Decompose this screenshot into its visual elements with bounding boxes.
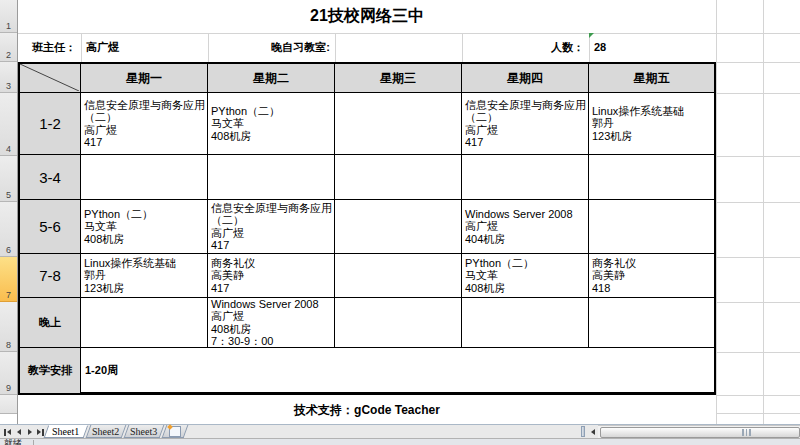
support-cell[interactable]: 技术支持：gCode Teacher [18,398,716,423]
row-header-2[interactable]: 2 [0,33,17,62]
schedule-cell-fri-evening[interactable] [589,298,714,348]
schedule-cell-thu-3-4[interactable] [462,155,589,200]
period-label: 3-4 [39,169,61,186]
count-value: 28 [594,41,606,53]
day-header-tuesday[interactable]: 星期二 [208,64,335,93]
schedule-cell-thu-7-8[interactable]: PYthon（二） 马文革 408机房 [462,254,589,298]
teacher-label: 班主任： [32,41,76,53]
arrangement-label-cell[interactable]: 教学安排 [20,348,81,393]
schedule-cell-mon-evening[interactable] [81,298,208,348]
gridline [716,93,800,94]
day-header-thursday[interactable]: 星期四 [462,64,589,93]
day-label: 星期三 [380,70,416,87]
gridline [716,257,800,258]
schedule-cell-tue-1-2[interactable]: PYthon（二） 马文革 408机房 [208,93,335,155]
status-bar: 就绪 [0,438,800,445]
row-header-3[interactable]: 3 [0,62,17,93]
arrangement-value-cell[interactable]: 1-20周 [81,348,714,393]
period-label: 5-6 [39,218,61,235]
schedule-cell-tue-3-4[interactable] [208,155,335,200]
schedule-cell-tue-5-6[interactable]: 信息安全原理与商务应用 （二） 高广煜 417 [208,200,335,254]
previous-sheet-button[interactable] [14,427,23,437]
row-number: 9 [6,383,11,393]
schedule-cell-tue-evening[interactable]: Windows Server 2008 高广煜 408机房 7：30-9：00 [208,298,335,348]
row-header-8[interactable]: 8 [0,302,17,352]
first-sheet-button[interactable] [3,427,12,437]
row-header-5[interactable]: 5 [0,156,17,202]
diagonal-line-icon [20,64,79,91]
sheet-title-cell[interactable]: 21技校网络三中 [18,0,716,33]
tab-sheet2[interactable]: Sheet2 [86,425,127,438]
sheet-title: 21技校网络三中 [310,6,424,27]
schedule-cell-fri-7-8[interactable]: 商务礼仪 高美静 418 [589,254,714,298]
tab-split-handle[interactable] [581,426,585,437]
status-ready-text: 就绪 [4,439,22,445]
corner-diagonal-cell[interactable] [20,64,81,93]
schedule-cell-wed-3-4[interactable] [335,155,462,200]
horizontal-scrollbar-track[interactable] [598,425,800,439]
row-header-9[interactable]: 9 [0,352,17,395]
schedule-cell-mon-1-2[interactable]: 信息安全原理与商务应用 （二） 高广煜 417 [81,93,208,155]
row-number: 1 [6,21,11,31]
row-header-filler [0,414,17,424]
period-cell-1-2[interactable]: 1-2 [20,93,81,155]
scroll-left-button[interactable] [588,427,598,437]
tab-label: Sheet2 [93,426,120,437]
bar-icon [4,429,6,436]
scrollbar-grip-icon [742,429,751,436]
insert-worksheet-tab[interactable] [162,425,189,438]
schedule-cell-thu-1-2[interactable]: 信息安全原理与商务应用 （二） 高广煜 417 [462,93,589,155]
row-header-4[interactable]: 4 [0,93,17,156]
row-header-6[interactable]: 6 [0,202,17,257]
row-header-10[interactable] [0,395,17,414]
evening-room-value-cell[interactable] [335,33,462,62]
tab-sheet3[interactable]: Sheet3 [124,425,165,438]
period-label: 7-8 [39,267,61,284]
schedule-cell-thu-evening[interactable] [462,298,589,348]
gridline [716,202,800,203]
tab-label: Sheet3 [131,426,158,437]
day-label: 星期一 [126,70,162,87]
schedule-cell-fri-1-2[interactable]: Linux操作系统基础 郭丹 123机房 [589,93,714,155]
teacher-label-cell[interactable]: 班主任： [18,33,81,62]
row-number: 4 [6,144,11,154]
period-cell-3-4[interactable]: 3-4 [20,155,81,200]
period-label: 晚上 [39,315,61,330]
day-header-monday[interactable]: 星期一 [81,64,208,93]
schedule-cell-mon-5-6[interactable]: PYthon（二） 马文革 408机房 [81,200,208,254]
schedule-cell-mon-7-8[interactable]: Linux操作系统基础 郭丹 123机房 [81,254,208,298]
day-label: 星期二 [253,70,289,87]
horizontal-scrollbar-thumb[interactable] [600,427,800,438]
bar-icon [42,429,44,436]
tab-label: Sheet1 [52,426,79,437]
schedule-cell-wed-5-6[interactable] [335,200,462,254]
schedule-cell-tue-7-8[interactable]: 商务礼仪 高美静 417 [208,254,335,298]
schedule-cell-mon-3-4[interactable] [81,155,208,200]
schedule-cell-wed-7-8[interactable] [335,254,462,298]
number-as-text-flag-icon [589,33,594,38]
period-cell-5-6[interactable]: 5-6 [20,200,81,254]
gridline [716,156,800,157]
schedule-cell-thu-5-6[interactable]: Windows Server 2008 高广煜 404机房 [462,200,589,254]
gridline [716,62,800,63]
day-header-friday[interactable]: 星期五 [589,64,714,93]
arrow-left-icon [591,429,595,435]
schedule-cell-fri-3-4[interactable] [589,155,714,200]
count-label-cell[interactable]: 人数： [462,33,589,62]
schedule-cell-fri-5-6[interactable] [589,200,714,254]
period-cell-7-8[interactable]: 7-8 [20,254,81,298]
gridline [716,352,800,353]
row-header-1[interactable]: 1 [0,0,17,33]
count-value-cell[interactable]: 28 [589,33,716,62]
period-cell-evening[interactable]: 晚上 [20,298,81,348]
tab-sheet1[interactable]: Sheet1 [44,425,89,438]
count-label: 人数： [551,41,584,53]
teacher-value-cell[interactable]: 高广煜 [81,33,208,62]
row-header-7-selected[interactable]: 7 [0,257,17,302]
arrow-left-icon [17,429,21,435]
day-header-wednesday[interactable]: 星期三 [335,64,462,93]
schedule-cell-wed-1-2[interactable] [335,93,462,155]
evening-room-label-cell[interactable]: 晚自习教室: [208,33,335,62]
next-sheet-button[interactable] [25,427,34,437]
schedule-cell-wed-evening[interactable] [335,298,462,348]
